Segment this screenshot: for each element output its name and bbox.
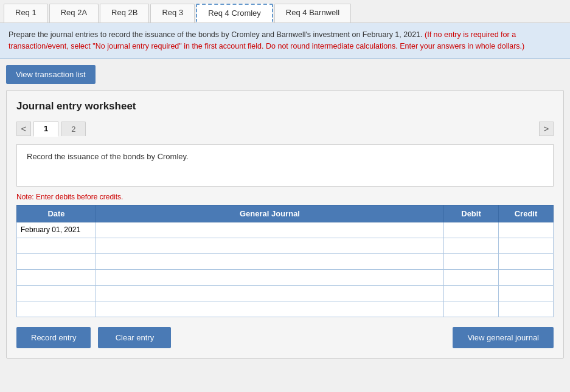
bottom-buttons: Record entry Clear entry View general jo… <box>16 327 554 348</box>
tab-req3[interactable]: Req 3 <box>150 4 195 22</box>
next-worksheet-btn[interactable]: > <box>539 122 554 136</box>
table-row <box>17 285 554 301</box>
debit-input[interactable] <box>444 238 498 253</box>
table-row: February 01, 2021 <box>17 222 554 238</box>
view-general-journal-button[interactable]: View general journal <box>453 327 554 348</box>
journal-input[interactable] <box>96 238 443 253</box>
debit-input[interactable] <box>444 222 498 238</box>
credit-cell[interactable] <box>499 253 554 269</box>
journal-input[interactable] <box>96 270 443 285</box>
table-row <box>17 269 554 285</box>
debit-input[interactable] <box>444 286 498 301</box>
clear-entry-button[interactable]: Clear entry <box>98 327 171 348</box>
credit-input[interactable] <box>499 270 553 285</box>
info-main-text: Prepare the journal entries to record th… <box>9 30 423 39</box>
journal-input[interactable] <box>96 254 443 269</box>
col-header-credit: Credit <box>499 205 554 222</box>
record-entry-button[interactable]: Record entry <box>16 327 91 348</box>
col-header-journal: General Journal <box>96 205 444 222</box>
journal-input[interactable] <box>96 222 443 238</box>
journal-input[interactable] <box>96 301 443 317</box>
debit-cell[interactable] <box>444 238 499 253</box>
journal-cell[interactable] <box>96 301 444 317</box>
table-row <box>17 301 554 317</box>
date-cell <box>17 238 96 253</box>
date-cell <box>17 301 96 317</box>
date-cell <box>17 285 96 301</box>
prev-worksheet-btn[interactable]: < <box>16 122 31 136</box>
journal-cell[interactable] <box>96 269 444 285</box>
info-banner: Prepare the journal entries to record th… <box>0 23 570 59</box>
instruction-box: Record the issuance of the bonds by Crom… <box>16 144 554 187</box>
debit-cell[interactable] <box>444 253 499 269</box>
journal-entry-card: Journal entry worksheet < 1 2 > Record t… <box>6 90 564 359</box>
credit-cell[interactable] <box>499 269 554 285</box>
view-transaction-container: View transaction list <box>6 65 96 84</box>
journal-cell[interactable] <box>96 253 444 269</box>
tab-req1[interactable]: Req 1 <box>4 4 48 22</box>
tabs-bar: Req 1 Req 2A Req 2B Req 3 Req 4 Cromley … <box>0 0 570 23</box>
journal-cell[interactable] <box>96 285 444 301</box>
credit-input[interactable] <box>499 238 553 253</box>
tab-req4cromley[interactable]: Req 4 Cromley <box>196 4 273 22</box>
note-text: Note: Enter debits before credits. <box>16 193 554 201</box>
view-transaction-button[interactable]: View transaction list <box>6 65 96 84</box>
debit-cell[interactable] <box>444 301 499 317</box>
tab-req4barnwell[interactable]: Req 4 Barnwell <box>274 4 351 22</box>
debit-input[interactable] <box>444 301 498 317</box>
table-row <box>17 238 554 253</box>
credit-cell[interactable] <box>499 301 554 317</box>
debit-input[interactable] <box>444 254 498 269</box>
journal-cell[interactable] <box>96 222 444 238</box>
credit-input[interactable] <box>499 286 553 301</box>
date-cell <box>17 269 96 285</box>
debit-cell[interactable] <box>444 269 499 285</box>
col-header-debit: Debit <box>444 205 499 222</box>
table-row <box>17 253 554 269</box>
tab-req2a[interactable]: Req 2A <box>49 4 99 22</box>
credit-cell[interactable] <box>499 222 554 238</box>
col-header-date: Date <box>17 205 96 222</box>
credit-input[interactable] <box>499 254 553 269</box>
journal-input[interactable] <box>96 286 443 301</box>
debit-cell[interactable] <box>444 222 499 238</box>
worksheet-tab-2[interactable]: 2 <box>61 122 86 136</box>
tab-req2b[interactable]: Req 2B <box>100 4 149 22</box>
debit-cell[interactable] <box>444 285 499 301</box>
credit-input[interactable] <box>499 301 553 317</box>
instruction-text: Record the issuance of the bonds by Crom… <box>27 152 189 161</box>
worksheet-tabs-row: < 1 2 > <box>16 121 554 137</box>
debit-input[interactable] <box>444 270 498 285</box>
worksheet-tab-1[interactable]: 1 <box>33 121 58 137</box>
date-cell: February 01, 2021 <box>17 222 96 238</box>
journal-cell[interactable] <box>96 238 444 253</box>
date-cell <box>17 253 96 269</box>
journal-table: Date General Journal Debit Credit Februa… <box>16 205 554 317</box>
credit-input[interactable] <box>499 222 553 238</box>
card-title: Journal entry worksheet <box>16 100 554 112</box>
credit-cell[interactable] <box>499 238 554 253</box>
credit-cell[interactable] <box>499 285 554 301</box>
